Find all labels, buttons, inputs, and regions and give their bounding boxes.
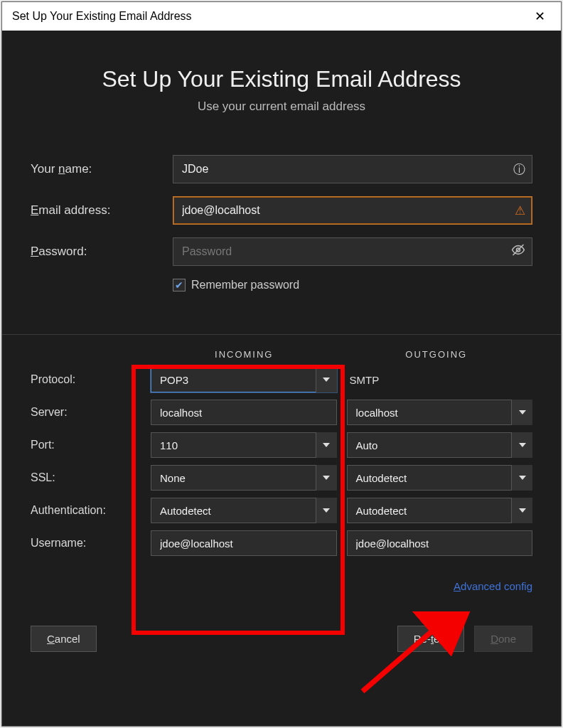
incoming-header: INCOMING — [148, 349, 341, 360]
row-username: Username: — [31, 530, 532, 556]
incoming-server-input[interactable] — [151, 400, 337, 425]
close-icon[interactable]: ✕ — [529, 6, 551, 27]
window-title: Set Up Your Existing Email Address — [12, 10, 192, 23]
chevron-down-icon — [316, 367, 337, 392]
outgoing-port-select[interactable]: Auto — [347, 432, 533, 458]
row-port: Port: 110 Auto — [31, 432, 532, 458]
page-title: Set Up Your Existing Email Address — [16, 66, 547, 92]
incoming-auth-select[interactable]: Autodetect — [151, 498, 337, 523]
email-input[interactable] — [173, 196, 532, 225]
page-subtitle: Use your current email address — [16, 100, 547, 114]
row-password: Password: — [31, 237, 532, 266]
incoming-username-input[interactable] — [151, 530, 337, 556]
chevron-down-icon — [511, 465, 532, 491]
outgoing-username-input[interactable] — [347, 530, 533, 556]
label-username: Username: — [31, 537, 141, 550]
dialog-window: Set Up Your Existing Email Address ✕ Set… — [1, 1, 562, 727]
label-name: Your name: — [31, 162, 173, 176]
incoming-ssl-select[interactable]: None — [151, 465, 337, 491]
incoming-port-select[interactable]: 110 — [151, 432, 337, 458]
chevron-down-icon — [316, 465, 337, 491]
password-input[interactable] — [173, 237, 532, 266]
label-port: Port: — [31, 439, 141, 451]
titlebar: Set Up Your Existing Email Address ✕ — [2, 2, 561, 31]
label-server: Server: — [31, 406, 141, 419]
row-protocol: Protocol: POP3 SMTP — [31, 367, 532, 392]
name-input[interactable] — [173, 155, 532, 183]
label-ssl: SSL: — [31, 471, 141, 484]
label-authentication: Authentication: — [31, 504, 141, 517]
chevron-down-icon — [511, 400, 532, 425]
done-button[interactable]: Done — [474, 626, 532, 652]
outgoing-server-select[interactable]: localhost — [347, 400, 533, 425]
row-remember: ✔ Remember password — [173, 279, 532, 291]
row-name: Your name: ⓘ — [31, 155, 532, 183]
advanced-config-link[interactable]: Advanced config — [454, 580, 532, 592]
info-icon[interactable]: ⓘ — [513, 161, 525, 178]
warning-icon: ⚠ — [515, 203, 525, 218]
content-area: Set Up Your Existing Email Address Use y… — [2, 31, 561, 726]
remember-checkbox[interactable]: ✔ — [173, 279, 186, 291]
chevron-down-icon — [316, 498, 337, 523]
outgoing-header: OUTGOING — [341, 349, 533, 360]
chevron-down-icon — [511, 498, 532, 523]
outgoing-protocol-value: SMTP — [347, 367, 533, 392]
row-server: Server: localhost — [31, 400, 532, 425]
eye-off-icon[interactable] — [511, 243, 525, 261]
outgoing-ssl-select[interactable]: Autodetect — [347, 465, 533, 491]
account-form: Your name: ⓘ Email address: ⚠ Password: — [2, 128, 561, 313]
manual-config-section: INCOMING OUTGOING Protocol: POP3 SMTP — [2, 335, 561, 570]
incoming-protocol-select[interactable]: POP3 — [151, 367, 337, 392]
row-email: Email address: ⚠ — [31, 196, 532, 225]
chevron-down-icon — [511, 432, 532, 458]
label-password: Password: — [31, 245, 173, 259]
dialog-footer: Cancel Re-test Done — [2, 593, 561, 675]
header-area: Set Up Your Existing Email Address Use y… — [2, 31, 561, 128]
label-protocol: Protocol: — [31, 373, 141, 386]
label-email: Email address: — [31, 203, 173, 218]
remember-label: Remember password — [191, 279, 299, 291]
advanced-config-row: Advanced config — [2, 570, 561, 593]
retest-button[interactable]: Re-test — [397, 626, 464, 652]
row-authentication: Authentication: Autodetect Autodetect — [31, 498, 532, 523]
config-column-headers: INCOMING OUTGOING — [31, 349, 532, 360]
cancel-button[interactable]: Cancel — [31, 626, 97, 652]
row-ssl: SSL: None Autodetect — [31, 465, 532, 491]
chevron-down-icon — [316, 432, 337, 458]
outgoing-auth-select[interactable]: Autodetect — [347, 498, 533, 523]
